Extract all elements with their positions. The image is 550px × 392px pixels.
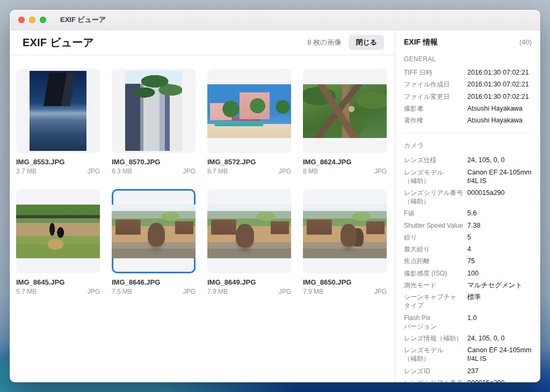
filetype-badge: JPG xyxy=(279,288,291,295)
exif-value: 2016:01:30 07:02:21 xyxy=(467,68,532,77)
exif-label: 著作権 xyxy=(404,116,464,125)
filetype-badge: JPG xyxy=(183,168,196,175)
thumbnail-card[interactable] xyxy=(112,69,196,153)
exif-label: レンズID xyxy=(404,367,464,375)
exif-label-text: 著作権 xyxy=(404,116,464,125)
zoom-window-button[interactable] xyxy=(40,17,46,23)
gallery-cell: IMG_8553.JPG 3.7 MB JPG xyxy=(16,69,100,175)
thumbnail-filesize: 6.3 MB xyxy=(112,168,132,175)
thumbnail-meta: 5.7 MB JPG xyxy=(16,288,100,295)
thumbnail-image xyxy=(16,205,100,258)
exif-label: Shutter Speed Value xyxy=(404,221,464,230)
exif-value: 1.0 xyxy=(467,314,532,331)
gallery-cell: IMG_8649.JPG 7.9 MB JPG xyxy=(207,189,291,295)
thumbnail-meta: 7.9 MB JPG xyxy=(303,288,387,295)
exif-sidebar[interactable]: EXIF 情報 (40) GENERAL TIFF 日時 2016:01:30 … xyxy=(395,30,540,382)
exif-row: F値 5.6 xyxy=(404,207,532,219)
exif-row: 著作権 Atsushi Hayakawa xyxy=(404,114,532,126)
thumbnail-card[interactable] xyxy=(112,189,196,273)
thumbnail-image xyxy=(125,71,182,151)
thumbnail-meta: 6.3 MB JPG xyxy=(112,168,196,175)
minimize-window-button[interactable] xyxy=(29,17,35,23)
exif-row: 撮影感度 (ISO) 100 xyxy=(404,267,532,279)
exif-label-text: TIFF 日時 xyxy=(404,68,464,77)
thumbnail-filename: IMG_8624.JPG xyxy=(303,158,387,166)
thumbnail-filename: IMG_8645.JPG xyxy=(16,278,100,286)
gallery-scroll-area[interactable]: IMG_8553.JPG 3.7 MB JPG IMG_8570.JPG 6.3… xyxy=(10,55,395,382)
thumbnail-filename: IMG_8646.JPG xyxy=(112,278,196,286)
thumbnail-card[interactable] xyxy=(207,189,291,273)
exif-label-text: レンズID xyxy=(404,367,464,375)
exif-label-text: シーンキャプチャ xyxy=(404,293,464,301)
exif-value: 24, 105, 0, 0 xyxy=(467,156,532,164)
exif-label-text: 最大絞り xyxy=(404,245,464,253)
exif-label-sub: バージョン xyxy=(404,322,464,331)
thumbnail-card[interactable] xyxy=(207,69,291,153)
thumbnail-grid: IMG_8553.JPG 3.7 MB JPG IMG_8570.JPG 6.3… xyxy=(16,69,388,295)
exif-label: レンズ仕様 xyxy=(404,156,464,164)
exif-label-text: レンズシリアル番号 xyxy=(404,379,464,382)
traffic-lights xyxy=(18,17,46,23)
close-window-button[interactable] xyxy=(18,17,25,23)
close-button[interactable]: 閉じる xyxy=(349,35,384,50)
thumbnail-filesize: 8.7 MB xyxy=(207,168,228,175)
exif-label: ファイル作成日 xyxy=(404,80,464,89)
exif-row: Flash Pix バージョン 1.0 xyxy=(404,312,532,332)
exif-label: レンズシリアル番号 （補助） xyxy=(404,188,464,206)
exif-row: ファイル作成日 2016:01:30 07:02:21 xyxy=(404,78,532,90)
thumbnail-image xyxy=(303,84,387,138)
exif-label: レンズモデル （補助） xyxy=(404,346,464,364)
thumbnail-filesize: 8 MB xyxy=(303,168,318,175)
exif-row: 最大絞り 4 xyxy=(404,243,532,255)
thumbnail-card[interactable] xyxy=(303,189,387,273)
exif-label-text: 絞り xyxy=(404,233,464,242)
thumbnail-meta: 7.5 MB JPG xyxy=(112,288,196,295)
thumbnail-card[interactable] xyxy=(16,69,100,153)
exif-label: レンズシリアル番号 （補助） xyxy=(404,379,464,382)
exif-sections-mount: GENERAL TIFF 日時 2016:01:30 07:02:21 ファイル… xyxy=(404,55,532,382)
exif-row: 測光モード マルチセグメント xyxy=(404,279,532,291)
exif-row: Shutter Speed Value 7.38 xyxy=(404,220,532,231)
thumbnail-filename: IMG_8553.JPG xyxy=(16,158,100,166)
exif-label: レンズ情報（補助） xyxy=(404,334,464,343)
exif-section-heading: カメラ xyxy=(404,141,532,150)
exif-row: レンズ仕様 24, 105, 0, 0 xyxy=(404,154,532,166)
titlebar: EXIF ビューア xyxy=(10,10,540,30)
exif-label-text: 撮影者 xyxy=(404,104,464,113)
thumbnail-image xyxy=(207,205,291,258)
exif-value: 5.6 xyxy=(467,209,532,217)
window-title: EXIF ビューア xyxy=(60,15,106,25)
exif-label-text: ファイル作成日 xyxy=(404,80,464,89)
exif-value: 2016:01:30 07:02:21 xyxy=(467,92,532,101)
exif-row: TIFF 日時 2016:01:30 07:02:21 xyxy=(404,67,532,78)
thumbnail-card[interactable] xyxy=(303,69,387,153)
thumbnail-filename: IMG_8570.JPG xyxy=(112,158,196,166)
exif-value: 100 xyxy=(467,269,532,278)
exif-row: 焦点距離 75 xyxy=(404,255,532,267)
thumbnail-filesize: 7.9 MB xyxy=(207,288,228,295)
exif-row: シーンキャプチャ タイプ 標準 xyxy=(404,291,532,311)
exif-label: 絞り xyxy=(404,233,464,242)
app-window: EXIF ビューア EXIF ビューア 8 枚の画像 閉じる IMG_8553.… xyxy=(10,10,540,382)
thumbnail-card[interactable] xyxy=(16,189,100,273)
exif-label-text: レンズ情報（補助） xyxy=(404,334,464,343)
exif-label-sub: タイプ xyxy=(404,301,464,310)
thumbnail-filename: IMG_8649.JPG xyxy=(207,278,291,286)
exif-row: レンズシリアル番号 （補助） 000015a290 xyxy=(404,187,532,207)
exif-row: ファイル変更日 2016:01:30 07:02:21 xyxy=(404,91,532,103)
thumbnail-filename: IMG_8572.JPG xyxy=(207,158,291,166)
window-content: EXIF ビューア 8 枚の画像 閉じる IMG_8553.JPG 3.7 MB… xyxy=(10,30,540,382)
gallery-cell: IMG_8645.JPG 5.7 MB JPG xyxy=(16,189,100,295)
thumbnail-image xyxy=(207,84,291,138)
filetype-badge: JPG xyxy=(279,168,291,175)
thumbnail-image xyxy=(303,205,387,258)
gallery-cell: IMG_8646.JPG 7.5 MB JPG xyxy=(112,189,196,295)
thumbnail-image xyxy=(30,71,86,151)
exif-label: 焦点距離 xyxy=(404,257,464,265)
exif-label: 撮影感度 (ISO) xyxy=(404,269,464,278)
exif-value: Atsushi Hayakawa xyxy=(467,104,532,113)
thumbnail-filesize: 3.7 MB xyxy=(16,168,37,175)
exif-row: レンズ情報（補助） 24, 105, 0, 0 xyxy=(404,332,532,344)
exif-label: Flash Pix バージョン xyxy=(404,314,464,331)
filetype-badge: JPG xyxy=(374,168,387,175)
